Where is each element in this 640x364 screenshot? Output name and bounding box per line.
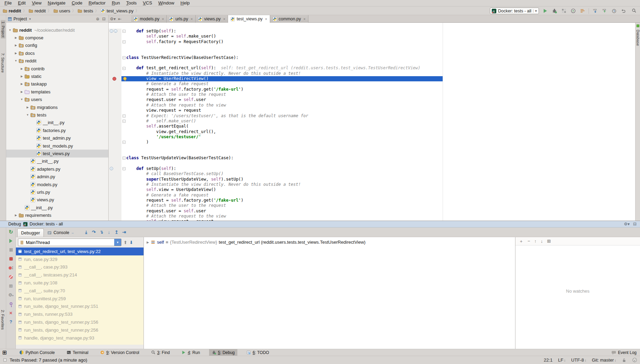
code-line-32[interactable]: # Generate a fake request [109,193,635,198]
debug-toolwindow-header[interactable]: Debug dj Docker: tests - all ⚙▾ ⊟ [0,221,640,228]
tree-collapse-arrow[interactable]: ▼ [8,29,12,32]
stop-button[interactable] [6,254,16,263]
tool-stripe-2-favorites[interactable]: 2: Favorites [1,310,5,330]
coverage-button[interactable] [561,8,567,14]
frame-row[interactable]: handle, django_test_manage.py:93 [16,334,144,342]
close-button[interactable]: × [6,308,16,317]
code-line-3[interactable]: − self.factory = RequestFactory() [109,39,635,44]
tree-expand-arrow[interactable]: ▶ [13,214,18,217]
chevron-down-icon[interactable]: ▼ [29,18,31,21]
sortlines-button[interactable] [579,8,585,14]
tree-expand-arrow[interactable]: ▶ [13,44,18,47]
code-line-1[interactable]: ↑↓− def setUp(self): [109,29,635,34]
breadcrumb-item-reddit[interactable]: reddit [29,8,46,13]
menu-run[interactable]: Run [109,0,123,6]
hide-panel-icon[interactable]: ⊟ [633,222,637,226]
tree-item-test_views.py[interactable]: test_views.py [6,150,108,157]
breakpoint-icon[interactable] [112,77,116,81]
toolwindow-button--debug[interactable]: 5: Debug [209,349,238,356]
frame-up-button[interactable]: ⬆ [124,240,127,245]
method-marker-icon[interactable]: ↑ [110,29,113,33]
tree-collapse-arrow[interactable]: ▼ [25,113,30,117]
toolwindow-button--find[interactable]: 3: Find [148,349,173,356]
code-line-4[interactable] [109,44,635,50]
menu-window[interactable]: Window [155,0,177,6]
breadcrumb-item-reddit[interactable]: reddit [3,8,21,13]
fold-icon[interactable]: − [122,156,126,160]
menu-file[interactable]: File [1,0,15,6]
tree-item-templates[interactable]: ▶templates [6,88,108,95]
status-message[interactable]: Tests Passed: 7 passed (a minute ago) [0,357,87,363]
tree-item-__init__.py[interactable]: __init__.py [6,204,108,211]
tree-item-compose[interactable]: ▶compose [6,34,108,41]
gear-icon[interactable]: ⚙▾ [110,17,116,21]
tree-item-__init__.py[interactable]: __init__.py [6,119,108,127]
method-marker-icon[interactable]: ↑ [110,167,113,170]
tree-expand-arrow[interactable]: ▶ [19,67,24,70]
tree-item-migrations[interactable]: ▶migrations [6,103,108,111]
thread-selector[interactable]: MainThread ▼ [18,239,121,246]
menu-vcs[interactable]: VCS [140,0,155,6]
encoding-selector[interactable]: UTF-8↕ [571,357,587,363]
code-line-23[interactable] [109,145,635,150]
tree-item-views.py[interactable]: views.py [6,196,108,204]
locate-file-icon[interactable]: ⊕ [95,17,101,21]
tree-item-static[interactable]: ▶static [6,72,108,80]
line-ending-selector[interactable]: LF↕ [558,357,565,363]
tree-item-contrib[interactable]: ▶contrib [6,65,108,72]
close-icon[interactable]: × [190,17,193,21]
lock-icon[interactable] [622,358,627,363]
tab-urls.py[interactable]: urls.py× [167,15,195,23]
menu-refactor[interactable]: Refactor [86,0,109,6]
code-line-25[interactable]: −class TestUserUpdateView(BaseUserTestCa… [109,155,635,161]
toolwindow-button-python-console[interactable]: Python Console [17,349,58,356]
frame-row[interactable]: test_get_redirect_url, test_views.py:22 [16,247,144,255]
restore-layout-button[interactable]: ⊞ [6,281,16,290]
tree-item-taskapp[interactable]: ▶taskapp [6,80,108,88]
code-line-29[interactable]: super(TestUserUpdateView, self).setUp() [109,177,635,182]
breadcrumb-item-test_views.py[interactable]: test_views.py [101,8,134,13]
code-line-35[interactable]: request.user = self.user [109,209,635,214]
run-to-cursor-icon[interactable]: ⇥ [120,230,128,235]
code-line-33[interactable]: request = self.factory.get('/fake-url') [109,198,635,203]
fold-icon[interactable]: − [122,141,126,144]
code-line-6[interactable]: −class TestUserRedirectView(BaseUserTest… [109,55,635,60]
code-editor[interactable]: ↑↓− def setUp(self): self.user = self.ma… [109,23,635,221]
step-out-icon[interactable]: ↥ [113,230,120,235]
tool-windows-grid-icon[interactable]: ⊞ [1,350,8,356]
code-line-34[interactable]: # Attach the user to the request [109,203,635,208]
frame-row[interactable]: __call__, suite.py:70 [16,287,144,295]
show-execution-point-icon[interactable]: ⤓ [82,230,90,235]
code-line-27[interactable]: ↑− def setUp(self): [109,166,635,171]
tab-test_views.py[interactable]: test_views.py× [228,15,270,23]
code-line-13[interactable]: # Attach the user to the request [109,92,635,97]
step-into-icon[interactable]: ↴ [98,230,105,235]
code-line-8[interactable]: − def test_get_redirect_url(self): self:… [109,65,635,71]
tree-expand-arrow[interactable]: ▶ [19,82,24,85]
tree-item-__init__.py[interactable]: __init__.py [6,158,108,165]
menu-tools[interactable]: Tools [123,0,140,6]
tree-item-docs[interactable]: ▶docs [6,49,108,57]
view-breakpoints-button[interactable] [6,263,16,272]
debug-tab-console[interactable]: Console→ [44,229,78,237]
vcs-up-button[interactable]: VCS [601,8,608,14]
tree-item-admin.py[interactable]: admin.py [6,173,108,180]
breadcrumb-item-tests[interactable]: tests [78,8,93,13]
menu-view[interactable]: View [29,0,45,6]
tree-expand-arrow[interactable]: ▶ [19,90,24,93]
tree-item-factories.py[interactable]: factories.py [6,127,108,134]
menu-navigate[interactable]: Navigate [45,0,68,6]
force-step-into-icon[interactable]: ↓ [105,230,113,235]
menu-help[interactable]: Help [177,0,193,6]
bug-button[interactable] [551,8,558,14]
code-line-7[interactable] [109,60,635,65]
tree-item-test_models.py[interactable]: test_models.py [6,142,108,150]
mute-breakpoints-button[interactable] [6,272,16,281]
code-line-17[interactable]: − # Expect: '/users/testuser/', as that … [109,113,635,119]
frame-down-button[interactable]: ⬇ [129,240,133,245]
tab-models.py[interactable]: models.py× [131,15,167,23]
menu-edit[interactable]: Edit [15,0,29,6]
code-line-28[interactable]: # call BaseUserTestCase.setUp() [109,171,635,176]
git-branch-selector[interactable]: Git: master↕ [592,357,616,363]
code-line-19[interactable]: self.assertEqual( [109,124,635,129]
